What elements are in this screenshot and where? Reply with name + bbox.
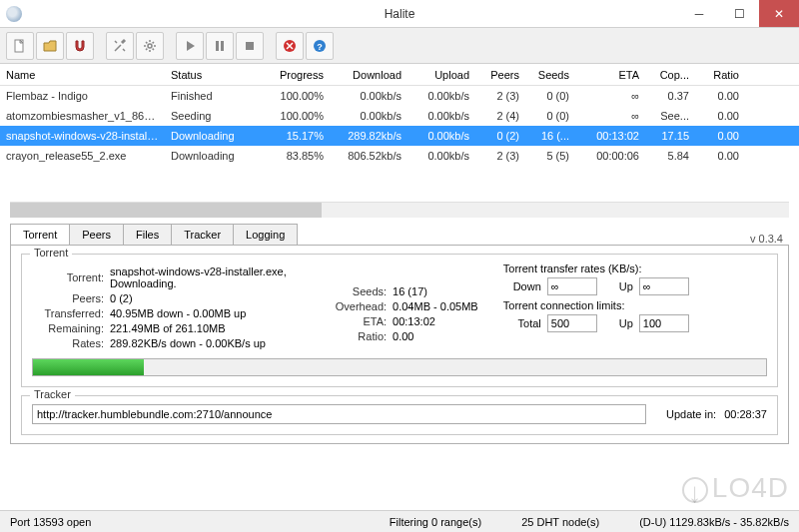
torrent-row[interactable]: crayon_release55_2.exeDownloading83.85%8… (0, 146, 799, 166)
up-conn-input[interactable] (639, 314, 689, 332)
cell-eta: 00:13:02 (575, 130, 645, 142)
eta-value: 00:13:02 (393, 315, 503, 327)
cell-status: Seeding (165, 110, 260, 122)
col-peers[interactable]: Peers (475, 69, 525, 81)
update-label: Update in: (666, 408, 716, 420)
col-copies[interactable]: Cop... (645, 69, 695, 81)
col-progress[interactable]: Progress (260, 69, 330, 81)
cell-ratio: 0.00 (695, 150, 745, 162)
ratio-label: Ratio: (315, 330, 393, 342)
total-conn-input[interactable] (547, 314, 597, 332)
cell-name: Flembaz - Indigo (0, 90, 165, 102)
cell-seeds: 0 (0) (525, 90, 575, 102)
torrent-row[interactable]: snapshot-windows-v28-installe...Download… (0, 126, 799, 146)
status-filter: Filtering 0 range(s) (390, 516, 481, 528)
tab-logging[interactable]: Logging (233, 224, 298, 245)
cell-seeds: 5 (5) (525, 150, 575, 162)
remaining-label: Remaining: (32, 322, 110, 334)
overhead-label: Overhead: (315, 300, 393, 312)
eta-label: ETA: (315, 315, 393, 327)
cell-download: 806.52kb/s (330, 150, 407, 162)
play-button[interactable] (176, 32, 204, 60)
cell-progress: 100.00% (260, 110, 330, 122)
overhead-value: 0.04MB - 0.05MB (393, 300, 503, 312)
cell-upload: 0.00kb/s (407, 90, 475, 102)
up2-label: Up (603, 317, 633, 329)
svg-rect-2 (216, 41, 219, 51)
seeds-value: 16 (17) (393, 285, 503, 297)
transferred-value: 40.95MB down - 0.00MB up (110, 307, 315, 319)
torrent-row[interactable]: atomzombiesmasher_v1_86_net...Seeding100… (0, 106, 799, 126)
update-value: 00:28:37 (724, 408, 767, 420)
tab-tracker[interactable]: Tracker (171, 224, 234, 245)
app-icon (6, 6, 22, 22)
col-upload[interactable]: Upload (407, 69, 475, 81)
col-ratio[interactable]: Ratio (695, 69, 745, 81)
tracker-fieldset: Tracker Update in: 00:28:37 (21, 395, 778, 435)
maximize-button[interactable]: ☐ (719, 0, 759, 27)
peers-label: Peers: (32, 292, 110, 304)
grid-header: Name Status Progress Download Upload Pee… (0, 64, 799, 86)
delete-button[interactable] (276, 32, 304, 60)
tab-peers[interactable]: Peers (69, 224, 124, 245)
col-seeds[interactable]: Seeds (525, 69, 575, 81)
cell-copies: See... (645, 110, 695, 122)
cell-ratio: 0.00 (695, 90, 745, 102)
torrent-row[interactable]: Flembaz - IndigoFinished100.00%0.00kb/s0… (0, 86, 799, 106)
status-dht: 25 DHT node(s) (521, 516, 599, 528)
minimize-button[interactable]: ─ (679, 0, 719, 27)
open-button[interactable] (36, 32, 64, 60)
cell-peers: 0 (2) (475, 130, 525, 142)
conn-limits-header: Torrent connection limits: (503, 299, 767, 311)
scrollbar-thumb[interactable] (10, 203, 322, 218)
help-button[interactable]: ? (306, 32, 334, 60)
svg-text:?: ? (317, 42, 323, 52)
down-label: Down (503, 280, 541, 292)
settings-button[interactable] (136, 32, 164, 60)
cell-copies: 17.15 (645, 130, 695, 142)
col-download[interactable]: Download (330, 69, 407, 81)
cell-status: Downloading (165, 130, 260, 142)
down-rate-input[interactable] (547, 277, 597, 295)
cell-upload: 0.00kb/s (407, 110, 475, 122)
cell-name: snapshot-windows-v28-installe... (0, 130, 165, 142)
tracker-url-input[interactable] (32, 404, 646, 424)
up-rate-input[interactable] (639, 277, 689, 295)
torrent-fieldset: Torrent Torrent:snapshot-windows-v28-ins… (21, 254, 778, 387)
cell-progress: 100.00% (260, 90, 330, 102)
tabstrip: TorrentPeersFilesTrackerLogging v 0.3.4 (0, 218, 799, 245)
cell-progress: 83.85% (260, 150, 330, 162)
cell-status: Downloading (165, 150, 260, 162)
horizontal-scrollbar[interactable] (10, 202, 789, 218)
separator (166, 32, 174, 60)
status-rates: (D-U) 1129.83kB/s - 35.82kB/s (639, 516, 789, 528)
svg-point-1 (148, 44, 152, 48)
col-name[interactable]: Name (0, 69, 165, 81)
tab-torrent[interactable]: Torrent (10, 224, 70, 245)
cell-eta: ∞ (575, 110, 645, 122)
col-status[interactable]: Status (165, 69, 260, 81)
close-button[interactable]: ✕ (759, 0, 799, 27)
cell-copies: 5.84 (645, 150, 695, 162)
cell-seeds: 16 (... (525, 130, 575, 142)
torrent-list[interactable]: Flembaz - IndigoFinished100.00%0.00kb/s0… (0, 86, 799, 196)
toolbar: ? (0, 28, 799, 64)
cell-download: 0.00kb/s (330, 90, 407, 102)
ratio-value: 0.00 (393, 330, 503, 342)
pause-button[interactable] (206, 32, 234, 60)
version-label: v 0.3.4 (750, 233, 789, 245)
cell-peers: 2 (3) (475, 150, 525, 162)
stop-button[interactable] (236, 32, 264, 60)
tools-button[interactable] (106, 32, 134, 60)
col-eta[interactable]: ETA (575, 69, 645, 81)
watermark: LO4D (682, 472, 789, 504)
rates-label: Rates: (32, 337, 110, 349)
tab-files[interactable]: Files (123, 224, 172, 245)
window-title: Halite (385, 7, 415, 21)
cell-eta: 00:00:06 (575, 150, 645, 162)
peers-value: 0 (2) (110, 292, 315, 304)
magnet-button[interactable] (66, 32, 94, 60)
statusbar: Port 13593 open Filtering 0 range(s) 25 … (0, 510, 799, 532)
tracker-fieldset-title: Tracker (30, 388, 75, 400)
new-file-button[interactable] (6, 32, 34, 60)
